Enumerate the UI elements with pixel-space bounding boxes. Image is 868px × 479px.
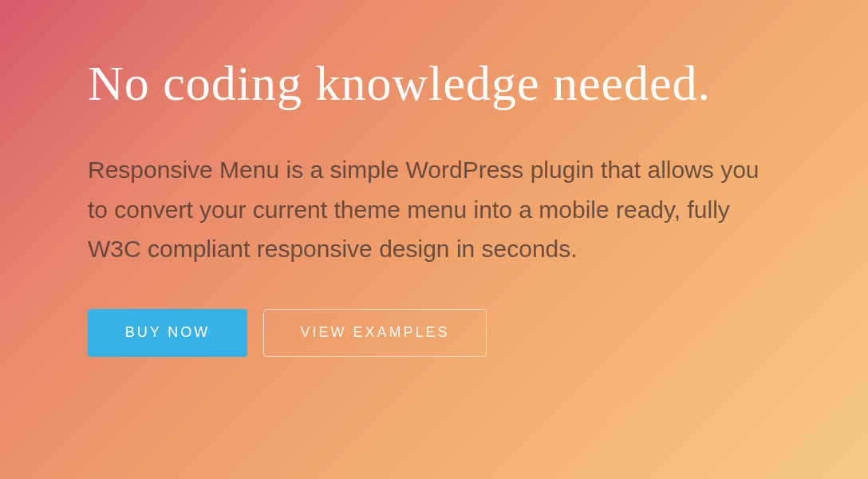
hero-headline: No coding knowledge needed.	[88, 56, 780, 110]
hero-description: Responsive Menu is a simple WordPress pl…	[88, 150, 780, 269]
buy-now-button[interactable]: BUY NOW	[88, 309, 247, 357]
button-row: BUY NOW VIEW EXAMPLES	[88, 309, 780, 357]
hero-section: No coding knowledge needed. Responsive M…	[0, 0, 868, 357]
view-examples-button[interactable]: VIEW EXAMPLES	[263, 309, 487, 357]
